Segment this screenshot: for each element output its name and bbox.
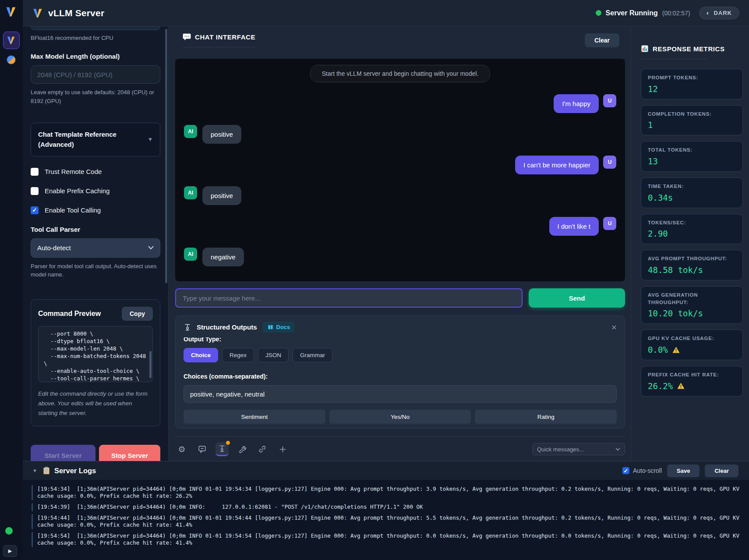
message-bubble: I'm happy	[554, 94, 599, 113]
add-plus-icon[interactable]	[276, 442, 289, 456]
output-type-regex[interactable]: Regex	[222, 348, 254, 362]
choices-label: Choices (comma-separated):	[184, 373, 617, 380]
start-server-button[interactable]: Start Server	[31, 445, 95, 461]
response-metrics-panel: RESPONSE METRICS PROMPT TOKENS: 12 COMPL…	[631, 26, 749, 461]
chat-panel: CHAT INTERFACE Clear Start the vLLM serv…	[169, 26, 631, 461]
warning-icon	[677, 382, 685, 390]
chat-message-ai: AI positive	[184, 125, 616, 144]
status-indicator-dot	[5, 527, 13, 535]
expand-panel-button[interactable]: ▶	[3, 545, 17, 557]
bar-chart-icon	[641, 45, 649, 53]
tools-wrench-icon[interactable]	[236, 442, 249, 456]
quick-messages-select[interactable]: Quick messages...	[532, 443, 625, 455]
vllm-app-icon	[7, 36, 16, 45]
chevron-down-icon	[148, 246, 154, 250]
chat-message-list[interactable]: Start the vLLM server and begin chatting…	[175, 59, 625, 281]
server-logs-header: ▼ Server Logs ✓ Auto-scroll Save Clear	[23, 461, 749, 480]
log-entry: [19:54:54] [1;36m(APIServer pid=34464) […	[32, 532, 742, 547]
metric-prefix-cache-hit-rate: PREFIX CACHE HIT RATE: 26.2%	[641, 366, 743, 397]
chevron-down-icon	[615, 448, 620, 451]
clipboard-icon	[42, 466, 50, 475]
config-scrollbar[interactable]	[165, 29, 167, 283]
output-type-grammar[interactable]: Grammar	[293, 348, 332, 362]
user-avatar: U	[603, 156, 616, 169]
checkbox-checked-icon: ✓	[31, 206, 39, 214]
app-title-group: vLLM Server	[32, 8, 104, 18]
copy-command-button[interactable]: Copy	[122, 307, 153, 321]
notification-dot	[226, 441, 230, 445]
preset-sentiment-button[interactable]: Sentiment	[184, 410, 325, 424]
server-uptime: (00:02:57)	[662, 10, 690, 17]
log-entry: [19:54:44] [1;36m(APIServer pid=34464) […	[32, 514, 742, 529]
enable-tool-calling-checkbox[interactable]: ✓ Enable Tool Calling	[31, 206, 160, 214]
checkbox-unchecked-icon	[31, 168, 39, 176]
tool-call-parser-helper: Parser for model tool call output. Auto-…	[31, 262, 160, 279]
clear-logs-button[interactable]: Clear	[705, 464, 738, 477]
tool-call-parser-label: Tool Call Parser	[31, 226, 160, 233]
command-preview-code[interactable]: --port 8000 \ --dtype bfloat16 \ --max-m…	[38, 326, 153, 382]
message-bubble: positive	[202, 186, 241, 205]
settings-gear-icon[interactable]: ⚙	[175, 442, 188, 456]
clear-chat-button[interactable]: Clear	[585, 33, 619, 47]
output-type-json[interactable]: JSON	[258, 348, 289, 362]
warning-icon	[672, 346, 680, 354]
preset-rating-button[interactable]: Rating	[475, 410, 617, 424]
structured-outputs-toggle-icon[interactable]	[216, 442, 229, 456]
send-button[interactable]: Send	[529, 288, 625, 308]
chevron-down-icon: ▼	[148, 136, 153, 142]
chat-bubble-icon	[183, 33, 191, 41]
dtype-select-cutoff[interactable]	[31, 26, 160, 30]
chat-template-reference-toggle[interactable]: Chat Template Reference (Advanced) ▼	[31, 123, 160, 156]
app-header: vLLM Server Server Running (00:02:57) ◐ …	[23, 0, 749, 26]
server-logs-title: Server Logs	[54, 467, 96, 475]
docs-link[interactable]: Docs	[262, 322, 295, 333]
user-avatar: U	[603, 217, 616, 230]
choices-input[interactable]	[184, 385, 617, 403]
autoscroll-checkbox[interactable]: ✓ Auto-scroll	[622, 467, 662, 474]
chat-message-input[interactable]	[175, 288, 523, 308]
metric-avg-prompt-throughput: AVG PROMPT THROUGHPUT: 48.58 tok/s	[641, 250, 743, 280]
link-icon[interactable]	[256, 442, 269, 456]
metric-completion-tokens: COMPLETION TOKENS: 1	[641, 105, 743, 136]
chat-message-ai: AI positive	[184, 186, 616, 205]
system-prompt-icon[interactable]	[195, 442, 208, 456]
checkbox-checked-icon: ✓	[622, 467, 629, 474]
divider	[641, 59, 707, 59]
half-moon-icon: ◐	[707, 10, 710, 16]
vllm-logo-icon	[5, 6, 18, 18]
chat-notice: Start the vLLM server and begin chatting…	[310, 65, 491, 82]
message-bubble: I can't be more happier	[515, 156, 599, 174]
log-entry: [19:54:39] [1;36m(APIServer pid=34464) […	[32, 503, 742, 511]
chat-toolbar: ⚙	[175, 436, 625, 456]
close-icon[interactable]: ×	[611, 323, 617, 332]
metric-time-taken: TIME TAKEN: 0.34s	[641, 177, 743, 208]
sidebar-item-vllm-app[interactable]	[3, 32, 20, 49]
config-panel: BFloat16 recommended for CPU Max Model L…	[23, 26, 169, 461]
tool-call-parser-select[interactable]: Auto-detect	[31, 238, 160, 258]
save-logs-button[interactable]: Save	[667, 464, 700, 477]
server-status-dot	[596, 10, 601, 16]
output-type-choice[interactable]: Choice	[184, 348, 218, 362]
max-model-length-input[interactable]	[31, 65, 160, 84]
metric-gpu-kv-cache-usage: GPU KV CACHE USAGE: 0.0%	[641, 330, 743, 360]
code-scrollbar[interactable]	[149, 351, 152, 378]
ai-avatar: AI	[184, 125, 197, 138]
log-list[interactable]: [19:54:34] [1;36m(APIServer pid=34464) […	[23, 480, 749, 547]
command-preview-title: Command Preview	[38, 310, 101, 318]
max-model-length-helper: Leave empty to use safe defaults: 2048 (…	[31, 88, 160, 105]
metric-total-tokens: TOTAL TOKENS: 13	[641, 141, 743, 172]
stop-server-button[interactable]: Stop Server	[99, 445, 160, 461]
user-avatar: U	[603, 94, 616, 107]
collapse-caret-icon[interactable]: ▼	[32, 468, 37, 473]
trust-remote-code-checkbox[interactable]: Trust Remote Code	[31, 168, 160, 176]
theme-toggle-button[interactable]: ◐ DARK	[699, 7, 739, 19]
structured-outputs-title: Structured Outputs	[197, 323, 257, 331]
structured-outputs-icon	[184, 323, 191, 331]
enable-prefix-caching-checkbox[interactable]: Enable Prefix Caching	[31, 187, 160, 195]
sidebar-item-secondary-app[interactable]	[7, 55, 16, 64]
page-title: vLLM Server	[48, 8, 104, 18]
chat-title-group: CHAT INTERFACE	[183, 33, 255, 47]
metric-avg-generation-throughput: AVG GENERATION THROUGHPUT: 10.20 tok/s	[641, 286, 743, 324]
preset-yesno-button[interactable]: Yes/No	[329, 410, 471, 424]
structured-outputs-card: Structured Outputs Docs × Output Type: C…	[175, 315, 625, 429]
